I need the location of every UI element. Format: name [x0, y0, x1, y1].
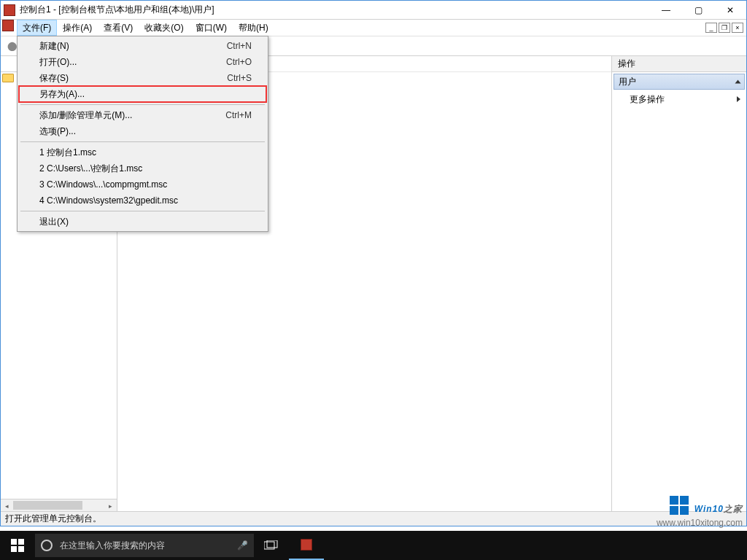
tree-hscroll[interactable]: ◂ ▸: [1, 499, 117, 511]
menu-separator: [20, 141, 265, 142]
scroll-right[interactable]: ▸: [104, 499, 117, 511]
task-view-button[interactable]: [254, 531, 289, 560]
menu-item-save[interactable]: 保存(S)Ctrl+S: [19, 70, 266, 86]
file-menu-dropdown: 新建(N)Ctrl+N 打开(O)...Ctrl+O 保存(S)Ctrl+S 另…: [17, 36, 268, 232]
menu-item-new[interactable]: 新建(N)Ctrl+N: [19, 38, 266, 54]
maximize-button[interactable]: ▢: [682, 1, 714, 20]
menu-item-exit[interactable]: 退出(X): [19, 214, 266, 230]
menu-separator: [20, 211, 265, 211]
menu-file[interactable]: 文件(F): [17, 20, 57, 36]
window-controls: — ▢ ✕: [650, 1, 746, 19]
menu-separator: [20, 104, 265, 105]
mdi-close[interactable]: ×: [732, 23, 743, 33]
statusbar: 打开此管理单元控制台。: [1, 511, 746, 526]
menu-item-recent-3[interactable]: 3 C:\Windows\...\compmgmt.msc: [19, 176, 266, 192]
chevron-up-icon: [735, 80, 741, 84]
menu-window[interactable]: 窗口(W): [190, 20, 233, 36]
menubar: 文件(F) 操作(A) 查看(V) 收藏夹(O) 窗口(W) 帮助(H) _ ❐…: [1, 20, 746, 36]
menu-view[interactable]: 查看(V): [98, 20, 139, 36]
menu-item-open[interactable]: 打开(O)...Ctrl+O: [19, 54, 266, 70]
actions-header: 操作: [612, 56, 746, 72]
mdi-window-controls: _ ❐ ×: [705, 20, 745, 36]
app-window: 控制台1 - [控制台根节点\本地用户和组(本地)\用户] — ▢ ✕ 文件(F…: [0, 0, 747, 526]
menu-item-recent-2[interactable]: 2 C:\Users\...\控制台1.msc: [19, 160, 266, 176]
app-icon: [4, 4, 15, 16]
taskbar: 在这里输入你要搜索的内容 🎤: [0, 531, 747, 560]
svg-rect-3: [18, 546, 24, 552]
start-button[interactable]: [0, 531, 35, 560]
scroll-left[interactable]: ◂: [1, 499, 13, 511]
menu-item-recent-1[interactable]: 1 控制台1.msc: [19, 144, 266, 160]
mdi-minimize[interactable]: _: [705, 23, 717, 33]
menu-item-recent-4[interactable]: 4 C:\Windows\system32\gpedit.msc: [19, 192, 266, 209]
taskbar-app-mmc[interactable]: [289, 531, 324, 560]
titlebar: 控制台1 - [控制台根节点\本地用户和组(本地)\用户] — ▢ ✕: [1, 1, 746, 20]
folder-icon: [2, 74, 14, 82]
menu-help[interactable]: 帮助(H): [233, 20, 274, 36]
close-button[interactable]: ✕: [714, 1, 746, 20]
status-text: 打开此管理单元控制台。: [5, 513, 101, 525]
menu-item-save-as[interactable]: 另存为(A)...: [19, 86, 266, 102]
svg-rect-2: [11, 546, 17, 552]
actions-more[interactable]: 更多操作: [612, 91, 746, 107]
search-placeholder: 在这里输入你要搜索的内容: [60, 540, 165, 552]
menu-item-add-remove-snapin[interactable]: 添加/删除管理单元(M)...Ctrl+M: [19, 107, 266, 123]
minimize-button[interactable]: —: [650, 1, 682, 20]
actions-category-label: 用户: [619, 76, 636, 88]
scroll-thumb[interactable]: [13, 501, 82, 510]
mdi-restore[interactable]: ❐: [719, 23, 730, 33]
actions-more-label: 更多操作: [630, 93, 665, 106]
chevron-right-icon: [737, 96, 740, 102]
svg-rect-1: [18, 539, 24, 545]
menu-favorites[interactable]: 收藏夹(O): [139, 20, 189, 36]
menu-action[interactable]: 操作(A): [57, 20, 98, 36]
menu-item-options[interactable]: 选项(P)...: [19, 123, 266, 139]
actions-pane: 操作 用户 更多操作: [611, 56, 746, 511]
actions-category[interactable]: 用户: [614, 74, 745, 90]
window-title: 控制台1 - [控制台根节点\本地用户和组(本地)\用户]: [20, 4, 650, 16]
watermark-url: www.win10xitong.com: [657, 518, 743, 528]
taskbar-search[interactable]: 在这里输入你要搜索的内容 🎤: [35, 534, 254, 557]
cortana-icon: [41, 540, 53, 551]
watermark: Win10之家 www.win10xitong.com: [657, 496, 743, 528]
microphone-icon[interactable]: 🎤: [237, 540, 248, 551]
svg-rect-0: [11, 539, 17, 545]
windows-logo-icon: [670, 496, 689, 515]
mdi-icon: [2, 20, 14, 31]
